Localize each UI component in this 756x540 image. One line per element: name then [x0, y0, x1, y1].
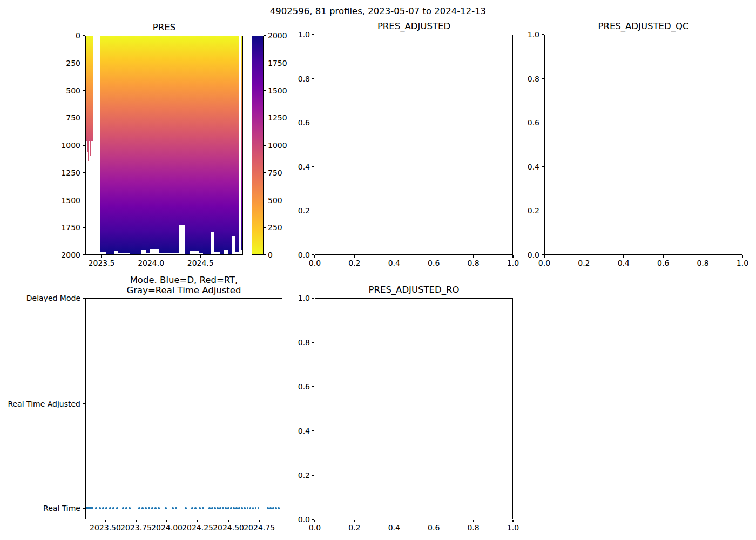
pres-y-tick-label: 1500	[0, 197, 80, 204]
figure: 4902596, 81 profiles, 2023-05-07 to 2024…	[0, 0, 756, 540]
pres-y-tick	[83, 118, 85, 118]
profile-dot	[278, 507, 279, 509]
profile-dot	[202, 507, 204, 509]
pres-colorbar-tick	[264, 227, 266, 228]
pres_adjusted_ro-x-tick	[512, 520, 513, 522]
profile-dot	[199, 507, 200, 509]
pres_adjusted_qc-y-tick-label: 0.8	[0, 75, 539, 83]
profile-dot	[116, 507, 118, 509]
profile-dot	[105, 507, 107, 509]
pres_adjusted_ro-y-tick	[312, 430, 314, 431]
profile-dot	[165, 507, 166, 509]
profile-dot	[258, 507, 259, 509]
profile-dot	[235, 507, 237, 509]
pres_adjusted_ro-x-tick	[434, 520, 434, 522]
pres-colorbar-tick-label: 1500	[268, 87, 287, 94]
profile-dot	[122, 507, 124, 509]
pres-colorbar-tick	[264, 118, 266, 118]
pres_adjusted_qc-y-tick-label: 0.6	[0, 119, 539, 126]
profile-dot	[138, 507, 140, 509]
pres-y-tick-label: 1750	[0, 224, 80, 231]
pres-y-tick-label: 1000	[0, 141, 80, 149]
profile-dot	[227, 507, 229, 509]
profile-dot	[249, 507, 251, 509]
pres-colorbar-tick-label: 250	[268, 224, 282, 231]
pres-y-tick	[83, 145, 85, 145]
profile-dot	[175, 507, 177, 509]
pres-y-tick-label: 500	[0, 87, 80, 94]
pres_adjusted_qc-x-tick-label: 0.6	[657, 259, 669, 267]
pres_adjusted_ro-x-tick-label: 0.6	[428, 524, 440, 531]
pres_adjusted_ro-x-tick-label: 1.0	[507, 524, 519, 531]
pres_adjusted_ro-x-tick-label: 0.2	[348, 524, 360, 531]
pres_adjusted_qc-x-tick	[544, 255, 544, 258]
pres-colorbar-tick	[264, 63, 266, 63]
pres_adjusted-x-tick-label: 0.8	[467, 259, 479, 267]
mode-y-tick-label: Real Time Adjusted	[0, 400, 80, 408]
pres_adjusted-x-tick-label: 0.4	[388, 259, 400, 267]
pres_adjusted_ro-y-tick	[312, 519, 314, 519]
pres-colorbar-tick-label: 500	[268, 197, 282, 204]
pres-colorbar-tick-label: 1750	[268, 59, 287, 67]
pres_adjusted_ro-y-tick	[312, 298, 314, 298]
mode-x-tick-label: 2024.25	[182, 524, 213, 531]
pres_adjusted-x-tick-label: 0.2	[348, 259, 360, 267]
pres_adjusted_ro-y-tick	[312, 386, 314, 387]
mode-plot-area	[85, 298, 282, 519]
pres-colorbar	[252, 36, 264, 255]
pres_adjusted_ro-y-tick-label: 0.4	[0, 427, 310, 435]
pres_adjusted_qc-x-tick-label: 0.4	[618, 259, 630, 267]
profile-dot	[194, 507, 196, 509]
pres_adjusted_ro-x-tick	[314, 520, 315, 522]
profile-dot	[269, 507, 271, 509]
profile-dot	[109, 507, 111, 509]
mode-y-tick-label: Real Time	[0, 504, 80, 512]
pres-colorbar-tick-label: 1000	[268, 141, 287, 149]
pres_adjusted_qc-y-tick-label: 0.0	[0, 251, 539, 259]
pres_adjusted_ro-y-tick	[312, 342, 314, 342]
pres_adjusted_ro-x-tick-label: 0.8	[467, 524, 479, 531]
pres-y-tick	[83, 90, 85, 91]
pres-colorbar-tick	[264, 200, 266, 200]
mode-x-tick-label: 2023.75	[120, 524, 152, 531]
profile-dot	[129, 507, 130, 509]
profile-dot	[233, 507, 234, 509]
pres_adjusted_qc-plot-area	[544, 35, 742, 255]
profile-dot	[219, 507, 221, 509]
mode-y-tick	[83, 508, 85, 508]
pres-y-tick-label: 250	[0, 59, 80, 67]
pres_adjusted_qc-x-tick	[703, 255, 703, 258]
profile-dot	[102, 507, 104, 509]
pres-y-tick	[83, 63, 85, 63]
profile-dot	[225, 507, 226, 509]
profile-dot	[141, 507, 143, 509]
pres_adjusted_qc-y-tick	[542, 123, 544, 123]
pres_adjusted_qc-y-tick-label: 1.0	[0, 31, 539, 38]
profile-dot	[272, 507, 274, 509]
profile-dot	[238, 507, 240, 509]
pres_adjusted_qc-x-tick	[584, 255, 584, 258]
profile-dot	[267, 507, 268, 509]
pres_adjusted_qc-x-tick	[663, 255, 664, 258]
pres-colorbar-tick	[264, 145, 266, 145]
profile-dot	[214, 507, 215, 509]
pres_adjusted-x-tick-label: 0.0	[309, 259, 321, 267]
profile-dot	[185, 507, 186, 509]
pres-y-tick	[83, 172, 85, 173]
pres_adjusted_ro-y-tick-label: 0.8	[0, 339, 310, 346]
pres_adjusted_ro-title: PRES_ADJUSTED_RO	[369, 285, 460, 295]
pres_adjusted-x-tick-label: 1.0	[507, 259, 519, 267]
pres_adjusted_qc-x-tick-label: 1.0	[737, 259, 748, 267]
pres_adjusted_qc-x-tick	[623, 255, 624, 258]
pres-x-tick-label: 2024.5	[187, 259, 214, 267]
profile-dot	[125, 507, 127, 509]
profile-dot	[230, 507, 232, 509]
profile-dot	[158, 507, 159, 509]
profile-dot	[208, 507, 210, 509]
pres_adjusted-title: PRES_ADJUSTED	[377, 21, 450, 31]
pres_adjusted-x-tick-label: 0.6	[428, 259, 440, 267]
pres_adjusted_qc-y-tick-label: 0.4	[0, 163, 539, 171]
mode-x-tick-label: 2024.00	[151, 524, 183, 531]
pres_adjusted_ro-y-tick	[312, 475, 314, 475]
pres_adjusted_ro-y-tick-label: 0.0	[0, 516, 310, 523]
